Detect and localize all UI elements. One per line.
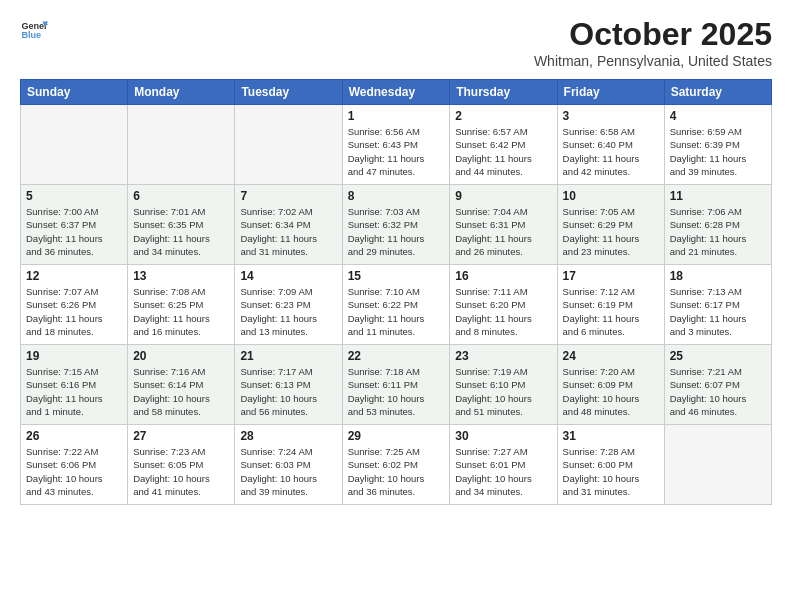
table-row: 5Sunrise: 7:00 AM Sunset: 6:37 PM Daylig… <box>21 185 128 265</box>
table-row: 6Sunrise: 7:01 AM Sunset: 6:35 PM Daylig… <box>128 185 235 265</box>
day-info: Sunrise: 7:13 AM Sunset: 6:17 PM Dayligh… <box>670 285 766 338</box>
day-number: 31 <box>563 429 659 443</box>
day-number: 20 <box>133 349 229 363</box>
header: General Blue October 2025 Whitman, Penns… <box>20 16 772 69</box>
table-row: 10Sunrise: 7:05 AM Sunset: 6:29 PM Dayli… <box>557 185 664 265</box>
day-info: Sunrise: 7:08 AM Sunset: 6:25 PM Dayligh… <box>133 285 229 338</box>
table-row <box>128 105 235 185</box>
table-row <box>235 105 342 185</box>
table-row: 9Sunrise: 7:04 AM Sunset: 6:31 PM Daylig… <box>450 185 557 265</box>
table-row: 21Sunrise: 7:17 AM Sunset: 6:13 PM Dayli… <box>235 345 342 425</box>
calendar-week-row: 5Sunrise: 7:00 AM Sunset: 6:37 PM Daylig… <box>21 185 772 265</box>
col-tuesday: Tuesday <box>235 80 342 105</box>
table-row: 24Sunrise: 7:20 AM Sunset: 6:09 PM Dayli… <box>557 345 664 425</box>
day-number: 29 <box>348 429 445 443</box>
day-number: 13 <box>133 269 229 283</box>
table-row: 26Sunrise: 7:22 AM Sunset: 6:06 PM Dayli… <box>21 425 128 505</box>
day-number: 24 <box>563 349 659 363</box>
day-number: 2 <box>455 109 551 123</box>
logo: General Blue <box>20 16 48 44</box>
day-info: Sunrise: 7:21 AM Sunset: 6:07 PM Dayligh… <box>670 365 766 418</box>
day-number: 7 <box>240 189 336 203</box>
day-info: Sunrise: 7:12 AM Sunset: 6:19 PM Dayligh… <box>563 285 659 338</box>
table-row: 30Sunrise: 7:27 AM Sunset: 6:01 PM Dayli… <box>450 425 557 505</box>
table-row: 4Sunrise: 6:59 AM Sunset: 6:39 PM Daylig… <box>664 105 771 185</box>
table-row: 23Sunrise: 7:19 AM Sunset: 6:10 PM Dayli… <box>450 345 557 425</box>
col-sunday: Sunday <box>21 80 128 105</box>
day-info: Sunrise: 7:03 AM Sunset: 6:32 PM Dayligh… <box>348 205 445 258</box>
table-row: 31Sunrise: 7:28 AM Sunset: 6:00 PM Dayli… <box>557 425 664 505</box>
day-info: Sunrise: 6:56 AM Sunset: 6:43 PM Dayligh… <box>348 125 445 178</box>
svg-text:Blue: Blue <box>21 30 41 40</box>
day-info: Sunrise: 7:27 AM Sunset: 6:01 PM Dayligh… <box>455 445 551 498</box>
day-number: 22 <box>348 349 445 363</box>
table-row: 28Sunrise: 7:24 AM Sunset: 6:03 PM Dayli… <box>235 425 342 505</box>
calendar-table: Sunday Monday Tuesday Wednesday Thursday… <box>20 79 772 505</box>
day-info: Sunrise: 7:28 AM Sunset: 6:00 PM Dayligh… <box>563 445 659 498</box>
day-number: 15 <box>348 269 445 283</box>
day-number: 9 <box>455 189 551 203</box>
day-number: 4 <box>670 109 766 123</box>
table-row: 19Sunrise: 7:15 AM Sunset: 6:16 PM Dayli… <box>21 345 128 425</box>
table-row: 3Sunrise: 6:58 AM Sunset: 6:40 PM Daylig… <box>557 105 664 185</box>
table-row: 29Sunrise: 7:25 AM Sunset: 6:02 PM Dayli… <box>342 425 450 505</box>
table-row: 27Sunrise: 7:23 AM Sunset: 6:05 PM Dayli… <box>128 425 235 505</box>
month-title: October 2025 <box>534 16 772 53</box>
table-row: 18Sunrise: 7:13 AM Sunset: 6:17 PM Dayli… <box>664 265 771 345</box>
day-info: Sunrise: 7:00 AM Sunset: 6:37 PM Dayligh… <box>26 205 122 258</box>
table-row: 20Sunrise: 7:16 AM Sunset: 6:14 PM Dayli… <box>128 345 235 425</box>
table-row: 16Sunrise: 7:11 AM Sunset: 6:20 PM Dayli… <box>450 265 557 345</box>
day-number: 26 <box>26 429 122 443</box>
day-info: Sunrise: 6:57 AM Sunset: 6:42 PM Dayligh… <box>455 125 551 178</box>
day-info: Sunrise: 7:04 AM Sunset: 6:31 PM Dayligh… <box>455 205 551 258</box>
day-number: 27 <box>133 429 229 443</box>
table-row: 17Sunrise: 7:12 AM Sunset: 6:19 PM Dayli… <box>557 265 664 345</box>
logo-icon: General Blue <box>20 16 48 44</box>
day-info: Sunrise: 7:22 AM Sunset: 6:06 PM Dayligh… <box>26 445 122 498</box>
calendar-week-row: 19Sunrise: 7:15 AM Sunset: 6:16 PM Dayli… <box>21 345 772 425</box>
day-number: 30 <box>455 429 551 443</box>
day-info: Sunrise: 7:15 AM Sunset: 6:16 PM Dayligh… <box>26 365 122 418</box>
day-info: Sunrise: 7:24 AM Sunset: 6:03 PM Dayligh… <box>240 445 336 498</box>
table-row: 1Sunrise: 6:56 AM Sunset: 6:43 PM Daylig… <box>342 105 450 185</box>
day-number: 25 <box>670 349 766 363</box>
day-number: 28 <box>240 429 336 443</box>
day-number: 8 <box>348 189 445 203</box>
col-friday: Friday <box>557 80 664 105</box>
day-info: Sunrise: 7:09 AM Sunset: 6:23 PM Dayligh… <box>240 285 336 338</box>
col-saturday: Saturday <box>664 80 771 105</box>
page-container: General Blue October 2025 Whitman, Penns… <box>0 0 792 515</box>
day-number: 5 <box>26 189 122 203</box>
day-info: Sunrise: 7:20 AM Sunset: 6:09 PM Dayligh… <box>563 365 659 418</box>
table-row: 22Sunrise: 7:18 AM Sunset: 6:11 PM Dayli… <box>342 345 450 425</box>
calendar-week-row: 26Sunrise: 7:22 AM Sunset: 6:06 PM Dayli… <box>21 425 772 505</box>
day-info: Sunrise: 7:02 AM Sunset: 6:34 PM Dayligh… <box>240 205 336 258</box>
title-area: October 2025 Whitman, Pennsylvania, Unit… <box>534 16 772 69</box>
day-info: Sunrise: 7:11 AM Sunset: 6:20 PM Dayligh… <box>455 285 551 338</box>
location: Whitman, Pennsylvania, United States <box>534 53 772 69</box>
day-number: 23 <box>455 349 551 363</box>
day-number: 11 <box>670 189 766 203</box>
day-info: Sunrise: 7:06 AM Sunset: 6:28 PM Dayligh… <box>670 205 766 258</box>
day-info: Sunrise: 6:59 AM Sunset: 6:39 PM Dayligh… <box>670 125 766 178</box>
day-info: Sunrise: 7:01 AM Sunset: 6:35 PM Dayligh… <box>133 205 229 258</box>
day-info: Sunrise: 7:10 AM Sunset: 6:22 PM Dayligh… <box>348 285 445 338</box>
day-info: Sunrise: 6:58 AM Sunset: 6:40 PM Dayligh… <box>563 125 659 178</box>
day-number: 16 <box>455 269 551 283</box>
table-row <box>664 425 771 505</box>
table-row: 25Sunrise: 7:21 AM Sunset: 6:07 PM Dayli… <box>664 345 771 425</box>
day-info: Sunrise: 7:17 AM Sunset: 6:13 PM Dayligh… <box>240 365 336 418</box>
calendar-week-row: 1Sunrise: 6:56 AM Sunset: 6:43 PM Daylig… <box>21 105 772 185</box>
table-row <box>21 105 128 185</box>
day-info: Sunrise: 7:07 AM Sunset: 6:26 PM Dayligh… <box>26 285 122 338</box>
table-row: 14Sunrise: 7:09 AM Sunset: 6:23 PM Dayli… <box>235 265 342 345</box>
day-number: 12 <box>26 269 122 283</box>
day-number: 6 <box>133 189 229 203</box>
day-number: 3 <box>563 109 659 123</box>
day-number: 1 <box>348 109 445 123</box>
table-row: 12Sunrise: 7:07 AM Sunset: 6:26 PM Dayli… <box>21 265 128 345</box>
table-row: 7Sunrise: 7:02 AM Sunset: 6:34 PM Daylig… <box>235 185 342 265</box>
calendar-week-row: 12Sunrise: 7:07 AM Sunset: 6:26 PM Dayli… <box>21 265 772 345</box>
calendar-header-row: Sunday Monday Tuesday Wednesday Thursday… <box>21 80 772 105</box>
col-thursday: Thursday <box>450 80 557 105</box>
